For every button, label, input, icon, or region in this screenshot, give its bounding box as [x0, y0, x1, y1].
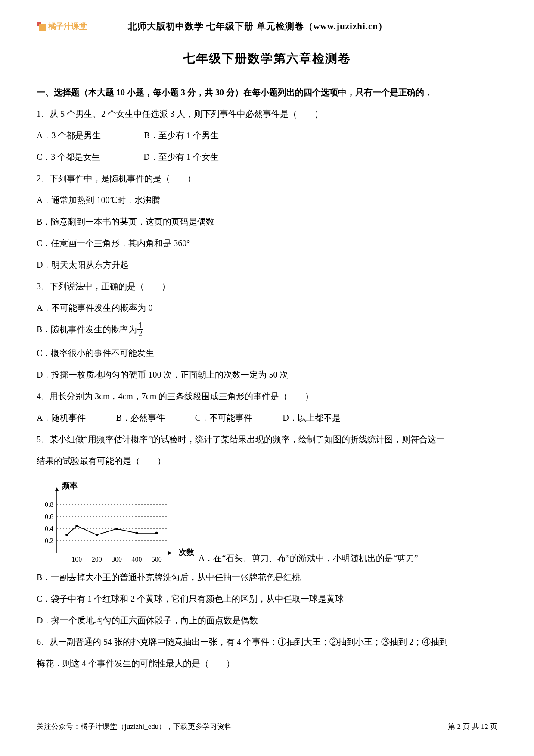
svg-marker-3	[55, 487, 59, 491]
q3-option-d: D．投掷一枚质地均匀的硬币 100 次，正面朝上的次数一定为 50 次	[37, 368, 497, 381]
q1-option-d: D．至少有 1 个女生	[143, 150, 218, 164]
q1-option-c: C．3 个都是女生	[37, 150, 100, 164]
q1-options-row-1: A．3 个都是男生 B．至少有 1 个男生	[37, 128, 497, 142]
q2-option-a: A．通常加热到 100℃时，水沸腾	[37, 193, 497, 207]
q3-option-b: B．随机事件发生的概率为12	[37, 322, 497, 338]
svg-text:500: 500	[152, 556, 162, 563]
svg-text:100: 100	[71, 556, 82, 563]
svg-point-23	[155, 532, 158, 534]
section-1-title: 一、选择题（本大题 10 小题，每小题 3 分，共 30 分）在每小题列出的四个…	[37, 85, 497, 99]
q2-option-c: C．任意画一个三角形，其内角和是 360°	[37, 236, 497, 250]
q6-stem-line-2: 梅花．则这 4 个事件发生的可能性最大的是（ ）	[37, 656, 497, 670]
svg-text:0.6: 0.6	[45, 513, 53, 520]
q5-stem-line-1: 5、某小组做“用频率估计概率”的试验时，统计了某结果出现的频率，绘制了如图的折线…	[37, 432, 497, 446]
q4-option-c: C．不可能事件	[195, 411, 252, 425]
svg-text:400: 400	[131, 556, 142, 563]
q5-option-a: A．在“石头、剪刀、布”的游戏中，小明随机出的是“剪刀”	[199, 551, 418, 565]
svg-text:0.2: 0.2	[45, 537, 53, 544]
svg-text:0.4: 0.4	[45, 525, 53, 532]
svg-point-19	[75, 525, 78, 527]
q1-option-b: B．至少有 1 个男生	[144, 128, 218, 142]
svg-marker-4	[168, 551, 172, 555]
q3-b-prefix: B．随机事件发生的概率为	[37, 325, 137, 334]
q2-stem: 2、下列事件中，是随机事件的是（ ）	[37, 172, 497, 185]
q4-option-b: B．必然事件	[116, 411, 165, 425]
page-footer: 关注公众号：橘子汁课堂（juzizhi_edu），下载更多学习资料 第 2 页 …	[37, 721, 497, 732]
footer-right: 第 2 页 共 12 页	[448, 721, 497, 732]
q1-options-row-2: C．3 个都是女生 D．至少有 1 个女生	[37, 150, 497, 164]
svg-point-18	[65, 534, 68, 536]
q3-stem: 3、下列说法中，正确的是（ ）	[37, 279, 497, 293]
svg-text:200: 200	[92, 556, 102, 563]
q5-option-c: C．袋子中有 1 个红球和 2 个黄球，它们只有颜色上的区别，从中任取一球是黄球	[37, 592, 497, 606]
main-title: 七年级下册数学第六章检测卷	[37, 49, 497, 69]
svg-point-22	[135, 532, 138, 534]
page-header: 橘子汁课堂 北师大版初中数学 七年级下册 单元检测卷（www.juzizhi.c…	[37, 17, 497, 34]
q5-option-d: D．掷一个质地均匀的正六面体骰子，向上的面点数是偶数	[37, 613, 497, 627]
line-chart-svg: 频率0.20.40.60.8100200300400500	[33, 480, 175, 566]
q3-option-a: A．不可能事件发生的概率为 0	[37, 301, 497, 315]
q5-option-b: B．一副去掉大小王的普通扑克牌洗匀后，从中任抽一张牌花色是红桃	[37, 570, 497, 584]
q3-option-c: C．概率很小的事件不可能发生	[37, 346, 497, 360]
q4-option-a: A．随机事件	[37, 411, 86, 425]
q1-stem: 1、从 5 个男生、2 个女生中任选派 3 人，则下列事件中必然事件是（ ）	[37, 107, 497, 121]
q2-option-d: D．明天太阳从东方升起	[37, 258, 497, 272]
fraction-one-half: 12	[137, 322, 143, 337]
svg-point-20	[96, 534, 98, 536]
chart-xlabel: 次数	[179, 546, 194, 559]
footer-left: 关注公众号：橘子汁课堂（juzizhi_edu），下载更多学习资料	[37, 721, 232, 732]
svg-text:300: 300	[112, 556, 122, 563]
logo-icon	[37, 22, 46, 31]
logo: 橘子汁课堂	[37, 20, 87, 33]
q5-chart-and-option-a: 频率0.20.40.60.8100200300400500 次数 A．在“石头、…	[37, 475, 497, 570]
q6-stem-line-1: 6、从一副普通的 54 张的扑克牌中随意抽出一张，有 4 个事件：①抽到大王；②…	[37, 635, 497, 649]
q4-options-row: A．随机事件 B．必然事件 C．不可能事件 D．以上都不是	[37, 411, 497, 425]
q4-stem: 4、用长分别为 3cm，4cm，7cm 的三条线段围成三角形的事件是（ ）	[37, 389, 497, 403]
q4-option-d: D．以上都不是	[283, 411, 340, 425]
q1-option-a: A．3 个都是男生	[37, 128, 101, 142]
svg-point-21	[115, 528, 118, 530]
svg-text:0.8: 0.8	[45, 501, 53, 508]
logo-text: 橘子汁课堂	[48, 20, 87, 33]
header-title: 北师大版初中数学 七年级下册 单元检测卷（www.juzizhi.cn）	[128, 19, 388, 34]
q5-stem-line-2: 结果的试验最有可能的是（ ）	[37, 454, 497, 468]
svg-text:频率: 频率	[62, 481, 78, 490]
q5-chart: 频率0.20.40.60.8100200300400500 次数	[37, 480, 194, 566]
q2-option-b: B．随意翻到一本书的某页，这页的页码是偶数	[37, 215, 497, 228]
